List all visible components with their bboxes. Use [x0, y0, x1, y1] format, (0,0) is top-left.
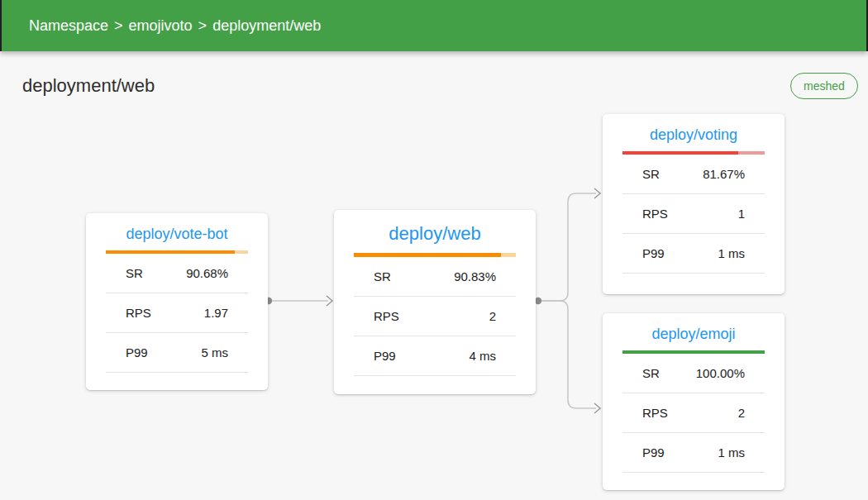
node-title-link[interactable]: deploy/web — [334, 210, 536, 245]
metric-value: 4 ms — [469, 349, 496, 363]
metric-value: 2 — [738, 406, 745, 420]
metric-label: SR — [642, 167, 660, 181]
metric-value: 1.97 — [204, 306, 228, 320]
metric-label: SR — [374, 269, 391, 283]
metric-label: SR — [642, 366, 660, 380]
metric-value: 81.67% — [703, 167, 745, 181]
breadcrumb-separator: > — [198, 17, 207, 35]
app-header: Namespace > emojivoto > deployment/web — [0, 0, 868, 51]
node-title-link[interactable]: deploy/emoji — [603, 313, 785, 343]
edge-vote-bot-to-web — [265, 296, 332, 306]
metric-row-p99: P99 1 ms — [622, 234, 765, 274]
breadcrumb-current: deployment/web — [212, 17, 321, 35]
metric-value: 1 — [738, 207, 745, 221]
metric-row-rps: RPS 1.97 — [106, 293, 248, 333]
metric-label: P99 — [126, 345, 148, 360]
metric-value: 5 ms — [201, 345, 228, 360]
metric-row-p99: P99 4 ms — [354, 336, 516, 376]
breadcrumb-separator: > — [114, 17, 123, 35]
metric-row-sr: SR 90.68% — [106, 254, 248, 293]
metric-row-sr: SR 81.67% — [622, 155, 765, 194]
arrowhead-icon — [327, 296, 332, 306]
node-title-link[interactable]: deploy/voting — [603, 114, 785, 144]
node-title-link[interactable]: deploy/vote-bot — [86, 213, 268, 243]
page-title: deployment/web — [22, 75, 155, 97]
edge-web-to-emoji — [541, 301, 600, 413]
node-card-deploy-voting: deploy/voting SR 81.67% RPS 1 P99 1 ms — [603, 114, 785, 294]
metric-row-p99: P99 5 ms — [106, 333, 248, 373]
metric-label: P99 — [642, 445, 665, 460]
metric-row-sr: SR 100.00% — [622, 354, 765, 393]
metric-value: 90.83% — [454, 269, 496, 283]
metric-value: 1 ms — [718, 246, 745, 260]
edge-source-dot — [535, 298, 541, 304]
metric-label: RPS — [126, 306, 151, 320]
edge-web-to-voting — [535, 188, 600, 304]
metric-value: 90.68% — [186, 266, 228, 280]
meshed-badge: meshed — [790, 73, 858, 99]
breadcrumb-namespace[interactable]: Namespace — [29, 17, 108, 35]
metric-label: RPS — [642, 207, 668, 221]
arrowhead-icon — [594, 188, 600, 198]
metric-label: P99 — [642, 246, 665, 260]
metric-row-rps: RPS 1 — [622, 194, 765, 234]
metric-row-sr: SR 90.83% — [354, 257, 516, 297]
node-card-deploy-emoji: deploy/emoji SR 100.00% RPS 2 P99 1 ms — [603, 313, 785, 490]
arrowhead-icon — [594, 403, 600, 413]
metric-value: 100.00% — [696, 366, 745, 380]
metric-value: 1 ms — [718, 445, 745, 460]
metric-row-p99: P99 1 ms — [622, 433, 765, 473]
metric-label: RPS — [374, 309, 399, 323]
metric-row-rps: RPS 2 — [622, 393, 765, 433]
node-card-deploy-web: deploy/web SR 90.83% RPS 2 P99 4 ms — [334, 210, 536, 394]
node-card-deploy-vote-bot: deploy/vote-bot SR 90.68% RPS 1.97 P99 5… — [86, 213, 268, 390]
breadcrumb-emojivoto[interactable]: emojivoto — [129, 17, 193, 35]
metric-label: P99 — [374, 349, 396, 363]
metric-value: 2 — [489, 309, 496, 323]
metric-row-rps: RPS 2 — [354, 297, 516, 336]
metric-label: RPS — [642, 406, 668, 420]
metric-label: SR — [126, 266, 143, 280]
